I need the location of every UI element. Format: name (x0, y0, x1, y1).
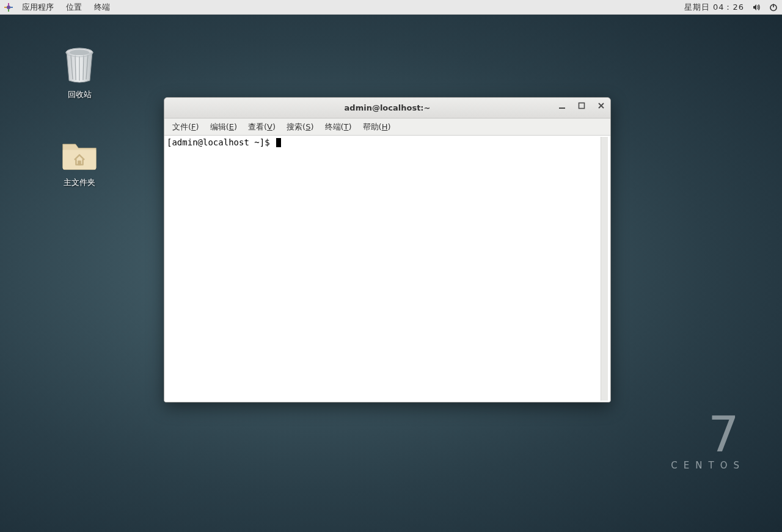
terminal-text: [admin@localhost ~]$ (167, 137, 601, 401)
menu-search[interactable]: 搜索(S) (281, 120, 319, 134)
svg-rect-1 (8, 3, 9, 5)
power-icon[interactable] (769, 2, 778, 12)
maximize-button[interactable] (576, 100, 587, 111)
menu-view[interactable]: 查看(V) (243, 120, 281, 134)
terminal-scrollbar[interactable] (601, 137, 608, 401)
menu-edit[interactable]: 编辑(E) (205, 120, 243, 134)
desktop-icon-trash[interactable]: 回收站 (49, 46, 110, 100)
minimize-button[interactable] (557, 100, 568, 111)
menu-terminal[interactable]: 终端 (88, 1, 116, 14)
svg-point-0 (7, 5, 10, 9)
svg-rect-17 (579, 103, 585, 109)
svg-point-14 (70, 50, 89, 56)
menu-places[interactable]: 位置 (60, 1, 88, 14)
window-controls (557, 100, 607, 111)
os-version: 7 (671, 414, 745, 456)
desktop[interactable]: 应用程序 位置 终端 星期日 04：26 (0, 0, 782, 532)
system-logo-icon (4, 2, 13, 12)
terminal-cursor (276, 138, 281, 147)
home-folder-icon (60, 134, 99, 173)
menubar: 文件(F) 编辑(E) 查看(V) 搜索(S) 终端(T) 帮助(H) (164, 118, 610, 136)
panel-left: 应用程序 位置 终端 (4, 1, 116, 14)
window-title: admin@localhost:~ (345, 103, 431, 112)
menu-applications[interactable]: 应用程序 (16, 1, 60, 14)
terminal-prompt: [admin@localhost ~]$ (167, 137, 275, 147)
titlebar[interactable]: admin@localhost:~ (164, 98, 610, 118)
panel-right: 星期日 04：26 (684, 2, 778, 13)
desktop-icon-home[interactable]: 主文件夹 (49, 134, 110, 188)
desktop-icon-home-label: 主文件夹 (64, 177, 95, 188)
close-button[interactable] (596, 100, 607, 111)
os-branding: 7 CENTOS (671, 414, 745, 471)
volume-icon[interactable] (751, 2, 761, 12)
menu-help[interactable]: 帮助(H) (357, 120, 396, 134)
svg-rect-2 (8, 9, 9, 12)
trash-icon (60, 46, 99, 86)
top-panel: 应用程序 位置 终端 星期日 04：26 (0, 0, 782, 15)
terminal-window: admin@localhost:~ 文件(F) 编辑(E) 查看(V) 搜索(S… (164, 97, 611, 403)
svg-rect-15 (78, 161, 80, 165)
svg-rect-3 (4, 7, 7, 8)
terminal-body[interactable]: [admin@localhost ~]$ (164, 136, 610, 402)
svg-rect-16 (559, 107, 565, 109)
menu-file[interactable]: 文件(F) (167, 120, 205, 134)
svg-rect-4 (10, 7, 13, 8)
os-name: CENTOS (671, 460, 745, 471)
menu-terminal-item[interactable]: 终端(T) (320, 120, 357, 134)
clock[interactable]: 星期日 04：26 (684, 2, 744, 13)
desktop-icon-trash-label: 回收站 (68, 89, 92, 100)
